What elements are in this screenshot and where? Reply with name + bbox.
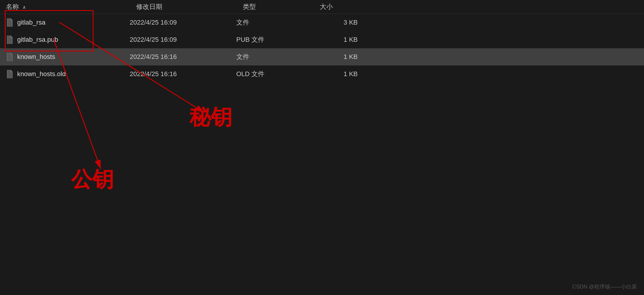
file-type: PUB 文件 — [236, 35, 295, 44]
table-row[interactable]: gitlab_rsa.pub 2022/4/25 16:09 PUB 文件 1 … — [0, 31, 644, 48]
file-icon — [6, 70, 13, 78]
file-size: 1 KB — [313, 70, 358, 78]
file-icon — [6, 53, 13, 61]
file-type: 文件 — [236, 18, 295, 27]
file-list: gitlab_rsa 2022/4/25 16:09 文件 3 KB gitla… — [0, 14, 644, 83]
table-header: 名称 ∧ 修改日期 类型 大小 — [0, 0, 644, 14]
watermark: CSDN @程序猿——小白菜 — [572, 283, 637, 290]
file-size: 3 KB — [313, 19, 358, 26]
file-icon — [6, 18, 13, 27]
file-name: known_hosts — [17, 53, 100, 61]
file-date: 2022/4/25 16:16 — [130, 53, 207, 61]
label-gongjian: 公钥 — [71, 167, 114, 191]
file-size: 1 KB — [313, 36, 358, 44]
file-icon — [6, 36, 13, 44]
file-date: 2022/4/25 16:09 — [130, 19, 207, 26]
col-size-header: 大小 — [320, 2, 364, 11]
file-type: 文件 — [236, 52, 295, 61]
file-name: gitlab_rsa — [17, 19, 100, 26]
file-size: 1 KB — [313, 53, 358, 61]
table-row[interactable]: known_hosts 2022/4/25 16:16 文件 1 KB — [0, 48, 644, 65]
table-row[interactable]: known_hosts.old 2022/4/25 16:16 OLD 文件 1… — [0, 65, 644, 83]
file-date: 2022/4/25 16:09 — [130, 36, 207, 44]
col-date-header: 修改日期 — [136, 2, 213, 11]
col-type-header: 类型 — [243, 2, 302, 11]
col-name-header: 名称 ∧ — [6, 2, 107, 11]
label-mimi: 秘钥 — [189, 105, 232, 129]
file-name: gitlab_rsa.pub — [17, 36, 100, 44]
table-row[interactable]: gitlab_rsa 2022/4/25 16:09 文件 3 KB — [0, 14, 644, 31]
sort-arrow: ∧ — [23, 4, 26, 10]
file-date: 2022/4/25 16:16 — [130, 70, 207, 78]
file-name: known_hosts.old — [17, 70, 100, 78]
file-type: OLD 文件 — [236, 70, 295, 78]
file-explorer: 名称 ∧ 修改日期 类型 大小 gitlab_rsa 2022/4/25 16:… — [0, 0, 644, 295]
